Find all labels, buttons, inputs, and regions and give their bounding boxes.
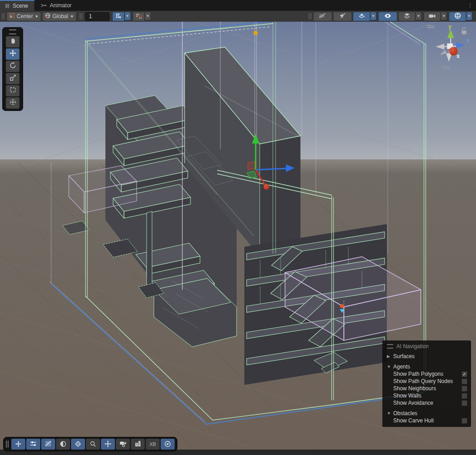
camera-dropdown[interactable]: ▼ <box>441 12 447 20</box>
particles-button[interactable] <box>71 439 85 450</box>
scene-settings-button[interactable] <box>26 439 40 450</box>
2d-slash-icon: 2D <box>319 13 327 20</box>
rotate-icon <box>9 62 17 71</box>
y-axis-cone[interactable] <box>447 29 454 38</box>
pivot-rotation-label: Global <box>52 13 68 19</box>
drag-handle-icon[interactable] <box>9 29 16 34</box>
tab-scene-label: Scene <box>13 3 28 9</box>
2d-toggle-button[interactable]: 2D <box>313 12 332 21</box>
checkbox[interactable]: ✓ <box>462 400 467 406</box>
move-arrows-icon <box>15 441 22 448</box>
move-tool-button[interactable] <box>6 48 19 60</box>
checkbox[interactable]: ✓ <box>462 378 467 384</box>
pivot-mode-label: Center <box>17 13 33 19</box>
chevron-down-icon: ▼ <box>34 14 39 19</box>
toggle-show-avoidance[interactable]: Show Avoidance ✓ <box>387 399 467 407</box>
hand-icon <box>9 37 17 47</box>
toggle-show-path-polygons[interactable]: Show Path Polygons ✓ <box>387 370 467 378</box>
checkbox[interactable]: ✓ <box>462 418 467 424</box>
shading-button[interactable] <box>56 439 70 450</box>
snap-increment-dropdown[interactable]: ▼ <box>145 12 151 20</box>
x-axis-label: x <box>457 53 460 59</box>
unlock-icon[interactable] <box>462 28 466 34</box>
layers-button[interactable] <box>398 12 415 21</box>
kebab-menu-icon[interactable]: ⋮ <box>467 1 473 10</box>
view-tool-button[interactable] <box>6 36 19 48</box>
sliders-icon <box>30 441 37 448</box>
camera-record-icon <box>119 441 127 448</box>
section-agents[interactable]: ▼ Agents <box>387 363 467 370</box>
negative-z-cone[interactable] <box>436 44 444 50</box>
effects-toggle-button[interactable] <box>353 12 370 21</box>
toggle-show-path-query-nodes[interactable]: Show Path Query Nodes ✓ <box>387 378 467 385</box>
camera-icon <box>428 13 436 20</box>
gizmo-handles-button[interactable] <box>101 439 115 450</box>
scene-visibility-button[interactable] <box>378 12 397 21</box>
toggle-show-walls[interactable]: Show Walls ✓ <box>387 392 467 399</box>
drag-handle-icon[interactable] <box>6 441 9 448</box>
tab-animator[interactable]: Animator <box>36 0 78 11</box>
chevron-right-icon: ▶ <box>387 354 393 359</box>
navigation-button[interactable] <box>161 439 175 450</box>
scale-tool-button[interactable] <box>6 73 19 84</box>
animator-arrow-icon <box>41 3 47 8</box>
z-axis-cone[interactable] <box>456 43 465 49</box>
checkbox[interactable]: ✓ <box>462 371 467 377</box>
toggle-show-carve-hull[interactable]: Show Carve Hull ✓ <box>387 417 467 424</box>
rect-tool-button[interactable] <box>6 85 19 96</box>
negative-x-cone[interactable] <box>440 50 447 55</box>
gizmo-sphere-icon <box>454 12 461 20</box>
ai-navigation-title: AI Navigation <box>396 343 428 350</box>
cameras-button[interactable] <box>116 439 130 450</box>
unity-scene-window: Scene Animator ⋮ Center ▼ Global ▼ <box>0 0 476 455</box>
search-button[interactable] <box>86 439 100 450</box>
grid-off-button[interactable] <box>41 439 55 450</box>
gizmos-toggle-button[interactable] <box>449 12 466 21</box>
tab-bar: Scene Animator ⋮ <box>0 0 476 11</box>
move-arrows-icon <box>9 49 17 59</box>
grid-visibility-dropdown[interactable]: ▼ <box>124 12 131 20</box>
tab-scene[interactable]: Scene <box>0 0 34 11</box>
scene-toolbar: Center ▼ Global ▼ Y ▼ <box>0 11 476 22</box>
particle-diamond-icon <box>75 441 81 448</box>
z-axis-label: z <box>466 38 469 44</box>
drag-handle-icon[interactable] <box>308 13 312 19</box>
projection-toggle[interactable]: Iso <box>434 64 450 71</box>
transform-tool-button[interactable] <box>6 97 19 109</box>
audio-toggle-button[interactable] <box>333 12 352 21</box>
toggle-show-neighbours[interactable]: Show Neighbours ✓ <box>387 385 467 392</box>
pivot-mode-dropdown[interactable]: Center ▼ <box>6 12 41 21</box>
drag-handle-icon[interactable] <box>427 26 434 28</box>
cross-dots-icon <box>105 441 111 448</box>
tools-overlay <box>2 27 23 111</box>
ai-navigation-header[interactable]: AI Navigation <box>387 343 467 350</box>
snap-increment-button[interactable] <box>133 12 145 21</box>
buildings-button[interactable] <box>131 439 145 450</box>
checkbox[interactable]: ✓ <box>462 393 467 399</box>
tab-animator-label: Animator <box>50 2 71 9</box>
gizmos-dropdown[interactable]: ▼ <box>466 12 472 20</box>
drag-handle-icon[interactable] <box>79 13 83 19</box>
svg-text:Y: Y <box>119 15 121 19</box>
audio-muted-icon <box>339 13 346 20</box>
chevron-down-icon: ▼ <box>387 411 393 416</box>
camera-button[interactable] <box>424 12 441 21</box>
section-surfaces[interactable]: ▶ Surfaces <box>387 353 467 360</box>
drag-handle-icon[interactable] <box>1 13 5 19</box>
rotate-tool-button[interactable] <box>6 61 19 72</box>
camera-split-button: ▼ <box>424 12 447 21</box>
checkbox[interactable]: ✓ <box>462 386 467 392</box>
snap-split-button: ▼ <box>133 12 151 21</box>
orientation-gizmo-overlay: y z x Iso <box>424 24 475 74</box>
effects-dropdown[interactable]: ▼ <box>370 12 376 20</box>
layers-dropdown[interactable]: ▼ <box>415 12 422 20</box>
grid-visibility-button[interactable]: Y <box>112 12 124 21</box>
move-overlay-button[interactable] <box>11 439 25 450</box>
contrast-circle-icon <box>60 441 67 448</box>
xb-button[interactable]: XB <box>146 439 160 450</box>
pivot-rotation-dropdown[interactable]: Global ▼ <box>42 12 76 21</box>
layers-split-button: ▼ <box>398 12 422 21</box>
axis-cones[interactable] <box>436 29 465 62</box>
section-obstacles[interactable]: ▼ Obstacles <box>387 410 467 417</box>
grid-size-input[interactable] <box>85 12 109 21</box>
